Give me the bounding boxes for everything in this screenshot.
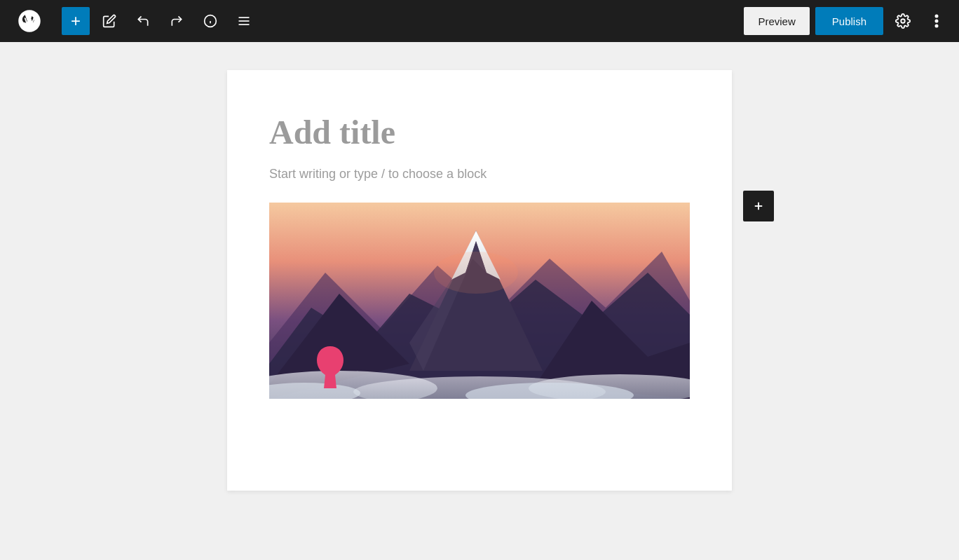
undo-button[interactable] xyxy=(129,7,157,35)
settings-button[interactable] xyxy=(889,7,917,35)
pink-silhouette xyxy=(311,343,350,392)
editor-area: Add title Start writing or type / to cho… xyxy=(0,42,959,560)
svg-point-9 xyxy=(935,25,939,28)
svg-point-23 xyxy=(434,252,518,294)
inline-block-inserter-button[interactable] xyxy=(743,191,774,221)
info-button[interactable] xyxy=(196,7,224,35)
wp-logo xyxy=(8,0,50,42)
editor-image-block xyxy=(269,203,690,399)
main-toolbar: + Preview Publish xyxy=(0,0,959,42)
svg-point-6 xyxy=(901,19,905,23)
preview-button[interactable]: Preview xyxy=(744,7,809,35)
editor-hint: Start writing or type / to choose a bloc… xyxy=(269,167,690,182)
add-block-button[interactable]: + xyxy=(62,7,90,35)
svg-point-7 xyxy=(935,15,939,18)
edit-button[interactable] xyxy=(95,7,123,35)
list-view-button[interactable] xyxy=(230,7,258,35)
svg-point-8 xyxy=(935,20,939,23)
editor-content: Add title Start writing or type / to cho… xyxy=(227,70,732,491)
publish-button[interactable]: Publish xyxy=(815,7,883,35)
post-title[interactable]: Add title xyxy=(269,112,690,153)
more-options-button[interactable] xyxy=(923,7,951,35)
redo-button[interactable] xyxy=(163,7,191,35)
